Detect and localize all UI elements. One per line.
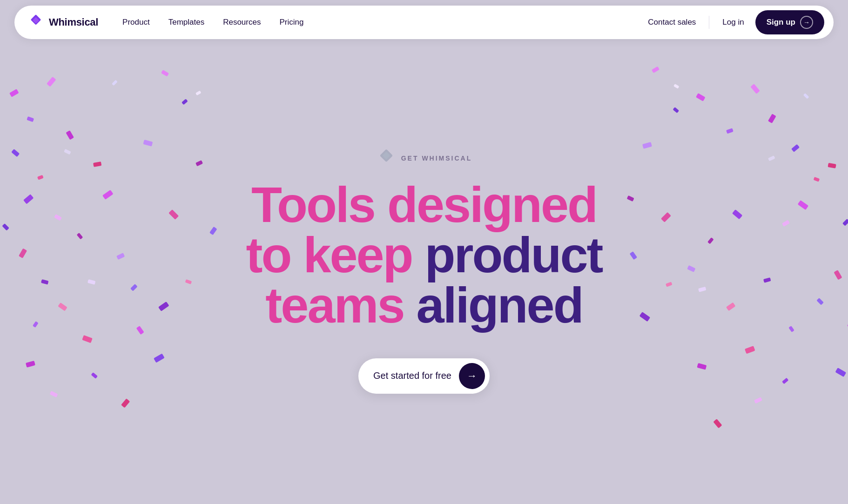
hero-heading: Tools designed to keep product teams ali…: [246, 180, 602, 330]
svg-rect-15: [2, 223, 9, 231]
svg-rect-11: [77, 233, 83, 239]
svg-rect-38: [195, 91, 202, 96]
svg-rect-2: [9, 89, 19, 97]
contact-sales-link[interactable]: Contact sales: [640, 14, 703, 31]
hero-heading-line3-part1: teams: [265, 277, 416, 333]
svg-rect-7: [66, 130, 74, 140]
svg-rect-55: [788, 326, 794, 332]
cta-container: Get started for free →: [358, 358, 490, 394]
svg-rect-16: [116, 253, 125, 260]
svg-rect-74: [698, 287, 707, 292]
logo[interactable]: Whimsical: [27, 14, 98, 31]
svg-rect-47: [828, 163, 836, 168]
svg-rect-48: [707, 237, 714, 244]
svg-rect-41: [750, 84, 760, 94]
svg-rect-43: [814, 177, 820, 182]
svg-rect-28: [182, 99, 188, 105]
login-link[interactable]: Log in: [715, 14, 751, 31]
svg-rect-37: [87, 279, 96, 285]
svg-rect-13: [41, 279, 49, 285]
svg-rect-17: [58, 302, 67, 311]
nav-link-pricing[interactable]: Pricing: [272, 14, 311, 31]
logo-text: Whimsical: [49, 16, 98, 28]
svg-rect-14: [102, 190, 114, 200]
svg-rect-63: [713, 419, 722, 428]
cta-text: Get started for free: [373, 370, 451, 381]
svg-rect-39: [696, 93, 706, 101]
svg-rect-33: [185, 279, 192, 284]
svg-rect-12: [19, 249, 27, 258]
nav-divider: [709, 16, 709, 29]
svg-rect-65: [673, 107, 680, 113]
cta-button[interactable]: →: [459, 363, 485, 389]
navbar: Whimsical Product Templates Resources Pr…: [14, 6, 834, 39]
svg-rect-20: [130, 284, 138, 291]
signup-arrow-icon: →: [800, 16, 813, 29]
svg-rect-10: [93, 161, 101, 167]
svg-rect-56: [745, 346, 755, 354]
svg-rect-53: [687, 265, 695, 272]
svg-rect-75: [673, 84, 680, 89]
hero-section: GET WHIMSICAL Tools designed to keep pro…: [0, 0, 848, 504]
svg-rect-59: [697, 363, 707, 370]
nav-left: Whimsical Product Templates Resources Pr…: [27, 14, 311, 31]
svg-rect-6: [37, 175, 44, 180]
svg-rect-64: [652, 67, 660, 73]
cta-arrow-icon: →: [467, 370, 477, 382]
svg-rect-36: [112, 80, 118, 86]
svg-rect-3: [27, 116, 34, 122]
svg-rect-44: [768, 114, 776, 123]
svg-rect-34: [158, 302, 169, 311]
svg-rect-69: [630, 251, 638, 260]
svg-rect-60: [782, 378, 788, 384]
svg-rect-40: [726, 128, 734, 134]
hero-badge-icon: [376, 148, 397, 168]
svg-rect-24: [154, 354, 165, 363]
svg-rect-23: [91, 372, 98, 379]
svg-rect-62: [754, 397, 762, 403]
svg-rect-35: [64, 149, 71, 155]
svg-rect-52: [842, 219, 848, 226]
hero-badge: GET WHIMSICAL: [376, 148, 472, 168]
svg-rect-19: [82, 335, 93, 343]
svg-rect-67: [627, 195, 634, 202]
svg-rect-71: [639, 312, 651, 322]
svg-rect-25: [50, 391, 58, 397]
svg-rect-54: [726, 302, 735, 311]
svg-rect-30: [195, 160, 203, 166]
svg-rect-70: [666, 282, 673, 287]
hero-heading-line2-part2: product: [425, 227, 602, 283]
nav-link-resources[interactable]: Resources: [215, 14, 268, 31]
hero-content: GET WHIMSICAL Tools designed to keep pro…: [246, 111, 602, 394]
hero-heading-line3: teams aligned: [246, 280, 602, 330]
svg-rect-73: [803, 93, 809, 99]
svg-rect-32: [209, 227, 217, 235]
svg-rect-50: [763, 277, 771, 283]
svg-rect-22: [26, 361, 35, 368]
svg-rect-51: [798, 200, 809, 210]
hero-badge-text: GET WHIMSICAL: [401, 155, 472, 162]
svg-rect-26: [121, 398, 130, 408]
hero-heading-line1: Tools designed: [246, 180, 602, 230]
nav-link-templates[interactable]: Templates: [161, 14, 212, 31]
svg-rect-31: [168, 209, 179, 220]
svg-rect-72: [768, 155, 775, 161]
svg-rect-61: [835, 368, 847, 377]
svg-rect-42: [791, 144, 800, 152]
nav-links: Product Templates Resources Pricing: [115, 14, 311, 31]
signup-button[interactable]: Sign up →: [755, 10, 824, 34]
svg-rect-8: [23, 194, 34, 204]
svg-rect-29: [143, 140, 153, 147]
svg-rect-57: [816, 298, 824, 305]
svg-rect-21: [136, 326, 144, 335]
signup-label: Sign up: [767, 18, 795, 27]
svg-rect-66: [642, 142, 652, 149]
svg-rect-68: [661, 212, 671, 222]
nav-right: Contact sales Log in Sign up →: [640, 10, 824, 34]
logo-icon: [27, 14, 44, 31]
svg-rect-45: [732, 209, 742, 219]
hero-heading-line3-part2: aligned: [417, 277, 583, 333]
nav-link-product[interactable]: Product: [115, 14, 157, 31]
svg-rect-9: [54, 214, 62, 221]
svg-rect-27: [161, 70, 169, 76]
